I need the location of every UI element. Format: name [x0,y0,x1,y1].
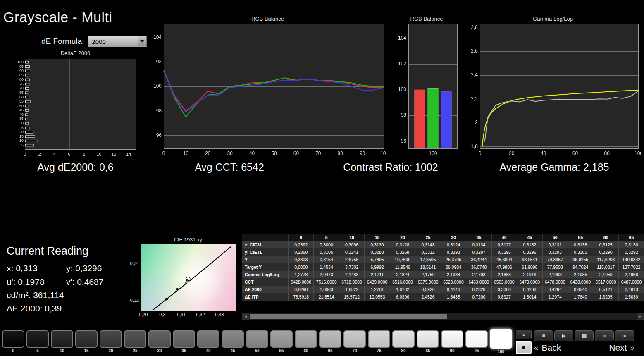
cie-y-tick: 0,32 [128,298,139,303]
table-cell: 2,1711 [365,271,390,278]
table-cell: 0,3125 [593,241,618,248]
table-row: ΔE ITP75,591821,851415,571210,05536,0396… [242,293,644,301]
level-swatch[interactable] [490,329,512,349]
table-cell: 0,3139 [365,241,390,248]
de-formula-dropdown[interactable]: 2000 [88,36,147,47]
scroll-right-icon[interactable]: ► [637,313,644,320]
level-button-40[interactable]: 40 [197,330,219,354]
average-gamma-stat: Average Gamma: 2,185 [471,161,637,173]
table-row-header: CCT [242,278,289,286]
calibration-app-window: Grayscale - Multi dE Formula: 2000 Delta… [0,0,644,356]
level-swatch[interactable] [197,330,219,348]
level-swatch[interactable] [148,330,171,348]
level-button-80[interactable]: 80 [392,330,415,354]
table-cell: 1,5630 [618,293,644,301]
level-swatch[interactable] [465,330,488,348]
table-col-header: 5 [314,234,339,241]
level-button-90[interactable]: 90 [441,330,463,354]
scrollbar-thumb[interactable] [250,314,447,319]
table-cell: 10,0553 [365,293,390,301]
level-swatch[interactable] [343,330,366,348]
level-swatch[interactable] [368,330,390,348]
table-cell: 0,3132 [517,241,542,248]
next-button[interactable]: Next » [609,343,634,353]
table-cell: 2,1935 [568,271,593,278]
level-button-label: 10 [51,349,73,353]
level-swatch[interactable] [51,330,73,348]
level-swatch[interactable] [392,330,415,348]
level-button-65[interactable]: 65 [319,330,341,354]
scroll-left-icon[interactable]: ◄ [242,313,249,320]
level-button-55[interactable]: 55 [270,330,293,354]
loop-icon[interactable]: ∞ [595,330,614,341]
table-row: CCT9428,00007515,00006718,00006439,00006… [242,278,644,286]
level-button-10[interactable]: 10 [51,330,73,354]
level-swatch[interactable] [246,330,268,348]
level-button-label: 30 [148,349,171,353]
reading-uv: u': 0,1978 v': 0,4687 [7,277,103,287]
level-swatch[interactable] [124,330,146,348]
table-cell: 0,5926 [415,286,441,293]
level-swatch[interactable] [270,330,293,348]
table-cell: 2,1959 [593,271,618,278]
table-cell: 0,5121 [593,286,618,293]
level-button-35[interactable]: 35 [173,330,195,354]
level-swatch[interactable] [441,330,463,348]
table-cell: 0,3096 [339,241,364,248]
level-button-50[interactable]: 50 [246,330,268,354]
back-button[interactable]: « Back [534,343,561,353]
level-swatch[interactable] [173,330,195,348]
level-swatch[interactable] [319,330,341,348]
frame-button[interactable]: ■ [516,341,532,354]
level-button-60[interactable]: 60 [295,330,317,354]
table-cell: 117,6208 [593,256,618,263]
table-cell: 0,0000 [289,263,314,271]
level-button-20[interactable]: 20 [100,330,122,354]
level-swatch[interactable] [222,330,244,348]
play-icon[interactable]: ▶ [554,330,573,341]
table-cell: 2,1938 [441,271,466,278]
table-row: Gamma Log/Log1,27782,04732,14832,17112,1… [242,271,644,278]
level-button-45[interactable]: 45 [222,330,244,354]
level-swatch[interactable] [417,330,439,348]
reading-deltae: ΔE 2000: 0,39 [7,303,66,313]
level-swatch[interactable] [295,330,317,348]
level-button-100[interactable]: 100 [490,330,512,354]
record-icon[interactable]: ● [615,330,634,341]
level-button-0[interactable]: 0 [2,330,24,354]
level-swatch[interactable] [26,330,49,348]
table-cell: 137,7022 [618,263,644,271]
level-button-label: 15 [75,349,98,353]
table-cell: 1,6522 [339,286,364,293]
level-swatch[interactable] [75,330,98,348]
table-cell: 75,5918 [289,293,314,301]
level-button-85[interactable]: 85 [417,330,439,354]
table-cell: 0,3138 [568,241,593,248]
table-row: Target Y0,00001,45343,73026,999211,95461… [242,263,644,271]
table-horizontal-scrollbar[interactable]: ◄ ► [242,313,644,320]
level-swatch[interactable] [2,330,24,348]
table-cell: 25,3705 [441,256,466,263]
level-button-15[interactable]: 15 [75,330,98,354]
level-button-label: 20 [100,349,122,353]
level-button-70[interactable]: 70 [343,330,366,354]
nav-controls: « Back Next » [534,342,634,353]
table-cell: 21,8514 [314,293,339,301]
table-cell: 0,3290 [593,248,618,256]
table-cell: 6516,0000 [390,278,415,286]
table-cell: 6379,0000 [415,278,441,286]
level-button-95[interactable]: 95 [465,330,488,354]
results-table: 05101520253035404550556065x: CIE310,2862… [242,234,644,301]
level-button-25[interactable]: 25 [124,330,146,354]
level-button-75[interactable]: 75 [368,330,390,354]
pause-icon[interactable]: ▮▮ [575,330,594,341]
level-button-5[interactable]: 5 [26,330,49,354]
table-cell: 1,2778 [289,271,314,278]
level-swatch[interactable] [100,330,122,348]
table-cell: 2,1750 [415,271,441,278]
table-row: x: CIE310,28620,30000,30960,31390,31280,… [242,241,644,248]
level-button-30[interactable]: 30 [148,330,171,354]
up-button[interactable]: ▲ [516,330,532,339]
stop-icon[interactable]: ■ [534,330,553,341]
table-cell: 5,7895 [365,256,390,263]
